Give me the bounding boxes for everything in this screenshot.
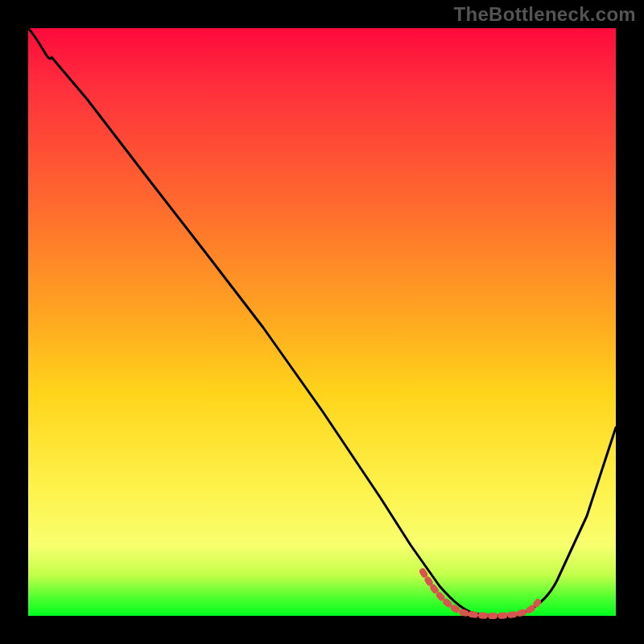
bottleneck-curve — [28, 28, 616, 616]
chart-svg — [28, 28, 616, 616]
chart-frame: TheBottleneck.com — [0, 0, 644, 644]
watermark-text: TheBottleneck.com — [454, 3, 636, 26]
highlight-segment — [423, 572, 538, 616]
